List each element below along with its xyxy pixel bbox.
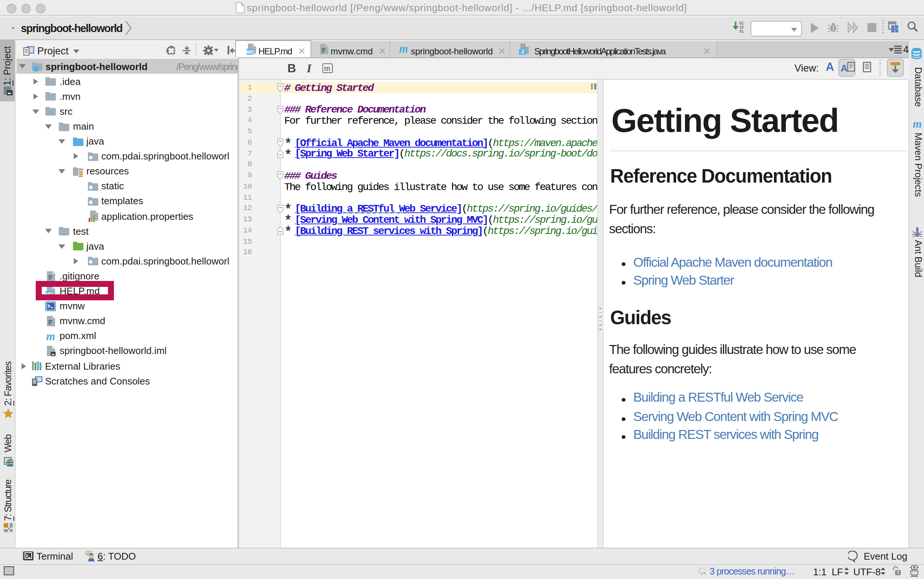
- svg-text:01: 01: [739, 21, 744, 25]
- svg-text:T: T: [897, 571, 900, 575]
- svg-text:10: 10: [739, 25, 744, 29]
- svg-text:01: 01: [739, 29, 744, 33]
- svg-text:J: J: [521, 48, 524, 54]
